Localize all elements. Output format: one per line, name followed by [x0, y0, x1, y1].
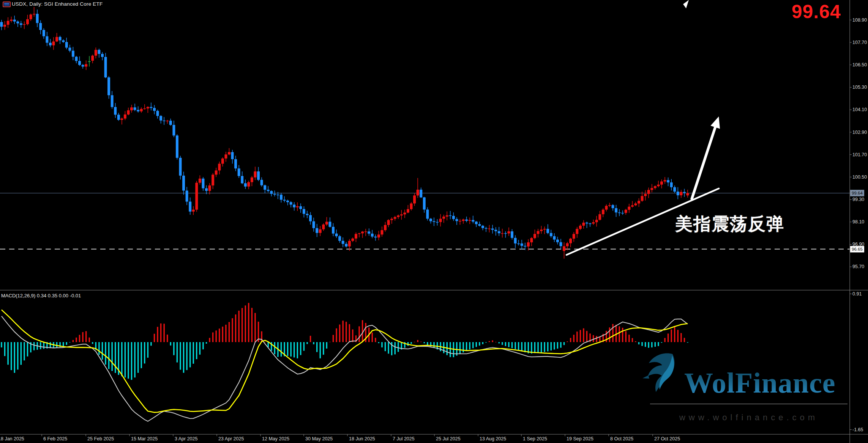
date-tick-label: 27 Oct 2025 — [654, 436, 680, 441]
macd-histogram-bar — [339, 325, 340, 342]
macd-histogram-bar — [134, 342, 135, 377]
candle-body — [309, 215, 312, 221]
candle-body — [107, 77, 110, 95]
candle-body — [670, 182, 673, 187]
candle-body — [569, 239, 572, 243]
macd-histogram-bar — [206, 342, 207, 344]
current-price-badge: 99.64 — [850, 190, 864, 196]
candle-body — [189, 202, 191, 212]
candle-body — [592, 222, 595, 224]
macd-histogram-bar — [202, 342, 204, 349]
macd-histogram-bar — [427, 342, 428, 345]
chart-title: USDX, Daily: SGI Enhanced Core ETF — [12, 1, 103, 7]
candle-body — [153, 108, 156, 111]
candle-body — [560, 242, 562, 246]
macd-histogram-bar — [177, 342, 178, 363]
candle-body — [52, 41, 55, 45]
macd-histogram-bar — [560, 342, 561, 348]
macd-histogram-bar — [300, 342, 301, 355]
macd-histogram-bar — [264, 342, 265, 342]
candle-body — [276, 195, 279, 195]
macd-histogram-bar — [313, 342, 314, 344]
macd-histogram-bar — [450, 342, 451, 357]
candle-body — [527, 242, 530, 247]
price-tick-label: 106.50 — [852, 62, 867, 68]
candle-body — [215, 170, 218, 174]
macd-histogram-bar — [40, 342, 41, 349]
macd-histogram-bar — [297, 342, 298, 358]
candle-body — [283, 200, 286, 201]
macd-histogram-bar — [154, 334, 155, 342]
candle-body — [296, 206, 299, 207]
candle-body — [579, 226, 582, 229]
macd-histogram-bar — [674, 327, 675, 342]
macd-histogram-bar — [82, 332, 83, 342]
candle-body — [316, 228, 318, 233]
macd-histogram-bar — [76, 338, 77, 342]
candle-body — [251, 178, 253, 182]
wolfinance-bird-icon — [642, 352, 683, 394]
candle-body — [199, 179, 201, 183]
macd-histogram-bar — [219, 328, 220, 342]
macd-histogram-bar — [69, 342, 70, 342]
candle-body — [660, 181, 663, 184]
candle-body — [550, 233, 552, 236]
date-tick-label: 15 Mar 2025 — [131, 436, 158, 441]
macd-histogram-bar — [329, 342, 330, 342]
candle-body — [501, 233, 503, 234]
macd-histogram-bar — [583, 328, 584, 342]
candle-body — [403, 213, 406, 215]
macd-histogram-bar — [342, 320, 344, 342]
candle-body — [55, 37, 58, 41]
candle-body — [127, 110, 129, 115]
candle-body — [442, 217, 445, 219]
candle-body — [322, 225, 325, 229]
macd-histogram-bar — [216, 330, 217, 342]
macd-histogram-bar — [232, 318, 233, 342]
candle-body — [290, 202, 292, 205]
candle-body — [598, 214, 601, 220]
price-tick-label: 102.90 — [852, 130, 867, 135]
candle-body — [625, 210, 627, 213]
candle-body — [169, 121, 172, 125]
macd-histogram-bar — [225, 325, 226, 342]
macd-histogram-bar — [89, 338, 90, 342]
candle-body — [95, 50, 97, 55]
candle-body — [68, 48, 71, 51]
price-tick-label: 98.10 — [852, 219, 864, 225]
macd-histogram-bar — [323, 342, 324, 355]
candle-body — [417, 190, 419, 195]
macd-histogram-bar — [615, 325, 617, 342]
chart-window: WolFinance www.wolfinance.com USDX, Dail… — [0, 0, 868, 443]
price-tick-label: 105.30 — [852, 85, 867, 90]
macd-histogram-bar — [111, 342, 112, 371]
candle-body — [673, 187, 676, 192]
signal-line — [2, 310, 688, 413]
candle-body — [657, 185, 660, 186]
candle-body — [371, 234, 374, 237]
macd-histogram-bar — [358, 326, 360, 342]
candle-body — [368, 231, 370, 234]
macd-histogram-bar — [495, 342, 496, 342]
macd-histogram-bar — [4, 342, 5, 356]
macd-histogram-bar — [424, 342, 425, 343]
candle-body — [605, 206, 608, 210]
macd-histogram-bar — [612, 324, 613, 342]
macd-histogram-bar — [687, 342, 688, 342]
macd-histogram-bar — [395, 342, 396, 354]
macd-histogram-bar — [573, 335, 574, 342]
candle-body — [231, 152, 234, 159]
macd-histogram-bar — [388, 342, 389, 353]
macd-histogram-bar — [410, 342, 412, 344]
candle-body — [325, 222, 328, 225]
macd-histogram-bar — [385, 342, 386, 351]
macd-histogram-bar — [551, 342, 552, 350]
macd-histogram-bar — [336, 328, 337, 342]
macd-histogram-bar — [469, 342, 470, 349]
macd-histogram-bar — [131, 342, 132, 380]
candle-body — [202, 179, 204, 189]
candle-body — [397, 215, 399, 217]
macd-histogram-bar — [375, 338, 376, 342]
macd-histogram-bar — [98, 342, 99, 355]
date-tick-label: 19 Sep 2025 — [567, 436, 593, 441]
